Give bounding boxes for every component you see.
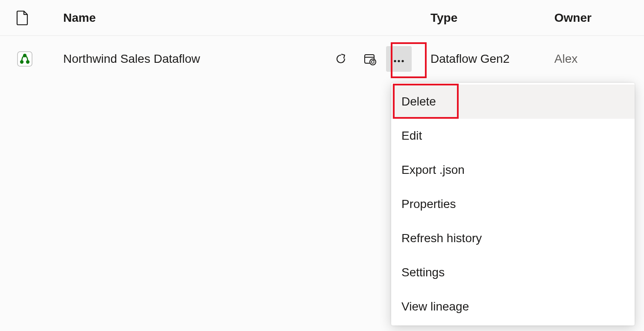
calendar-refresh-icon	[363, 53, 376, 65]
row-item-icon	[16, 50, 63, 67]
refresh-button[interactable]	[328, 46, 354, 72]
dataflow-icon	[16, 50, 33, 67]
ellipsis-icon	[393, 53, 404, 65]
file-icon	[16, 10, 29, 26]
more-options-button[interactable]	[386, 46, 412, 72]
header-icon-column	[16, 10, 63, 26]
menu-item-refresh-history[interactable]: Refresh history	[391, 221, 635, 255]
menu-item-edit[interactable]: Edit	[391, 119, 635, 153]
svg-point-7	[394, 60, 396, 62]
svg-point-6	[370, 59, 376, 65]
table-header: Name Type Owner	[0, 0, 644, 36]
menu-item-export-json[interactable]: Export .json	[391, 153, 635, 187]
column-header-owner[interactable]: Owner	[554, 11, 640, 25]
row-type: Dataflow Gen2	[430, 52, 554, 66]
row-owner: Alex	[554, 52, 640, 66]
menu-item-view-lineage[interactable]: View lineage	[391, 290, 635, 324]
row-actions	[328, 46, 430, 72]
refresh-icon	[335, 53, 347, 65]
menu-item-properties[interactable]: Properties	[391, 187, 635, 221]
svg-point-8	[398, 60, 400, 62]
menu-item-delete[interactable]: Delete	[391, 85, 635, 119]
workspace-items-panel: Name Type Owner Northwind Sales Dataflow	[0, 0, 644, 331]
schedule-refresh-button[interactable]	[357, 46, 383, 72]
context-menu: Delete Edit Export .json Properties Refr…	[391, 83, 635, 325]
row-name[interactable]: Northwind Sales Dataflow	[63, 52, 328, 66]
column-header-name[interactable]: Name	[63, 11, 328, 25]
table-row[interactable]: Northwind Sales Dataflow	[0, 36, 644, 82]
menu-item-settings[interactable]: Settings	[391, 255, 635, 290]
svg-point-9	[401, 60, 404, 62]
column-header-type[interactable]: Type	[430, 11, 554, 25]
